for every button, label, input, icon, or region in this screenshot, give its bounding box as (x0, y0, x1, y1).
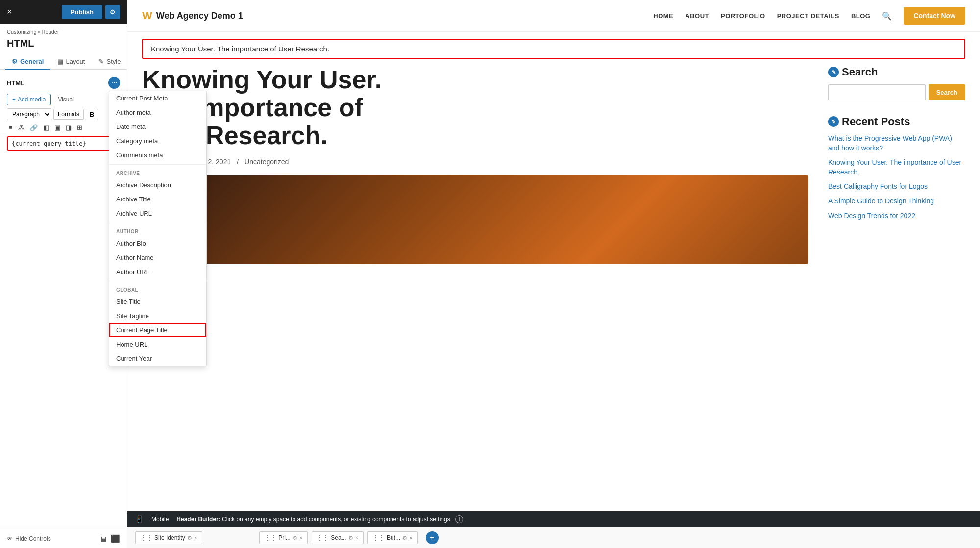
dropdown-divider-2 (109, 223, 206, 223)
align-right-icon[interactable]: ◨ (64, 123, 74, 132)
left-panel: × Publish ⚙ Customizing • Header HTML ⚙ … (0, 0, 127, 548)
drag-icon-pri: ⋮⋮ (265, 534, 276, 541)
search-input[interactable] (828, 84, 926, 100)
align-center-icon[interactable]: ▣ (52, 123, 62, 132)
ordered-list-icon[interactable]: ⁂ (16, 123, 26, 132)
list-item[interactable]: A Simple Guide to Design Thinking (828, 197, 965, 206)
sidebar-recent-posts-section: ✎ Recent Posts What is the Progressive W… (828, 115, 965, 221)
post-image (142, 175, 808, 264)
expand-icon[interactable]: ⬛ (111, 534, 120, 543)
pri-close[interactable]: × (299, 535, 302, 541)
dropdown-divider-1 (109, 164, 206, 165)
dropdown-item-current-page-title[interactable]: Current Page Title (109, 323, 206, 337)
dropdown-item-date-meta[interactable]: Date meta (109, 120, 206, 134)
publish-button[interactable]: Publish (62, 5, 102, 19)
list-item[interactable]: Best Calligraphy Fonts for Logos (828, 182, 965, 192)
dropdown-menu: Current Post Meta Author meta Date meta … (109, 91, 207, 366)
sea-gear[interactable]: ⚙ (348, 535, 353, 541)
paragraph-select[interactable]: Paragraph (7, 108, 51, 120)
logo-icon: W (142, 9, 152, 22)
but-close[interactable]: × (409, 535, 412, 541)
dropdown-section-global: GLOBAL (109, 283, 206, 295)
dropdown-item-comments-meta[interactable]: Comments meta (109, 148, 206, 162)
recent-posts-list: What is the Progressive Web App (PWA) an… (828, 134, 965, 221)
pri-gear[interactable]: ⚙ (293, 535, 297, 541)
eye-icon: 👁 (7, 535, 13, 542)
nav-about[interactable]: ABOUT (685, 12, 709, 20)
header-builder-plus[interactable]: + (426, 531, 439, 544)
sea-close[interactable]: × (355, 535, 358, 541)
panel-footer-icons: 🖥 ⬛ (99, 534, 120, 543)
dropdown-item-current-post-meta[interactable]: Current Post Meta (109, 91, 206, 105)
publish-gear-button[interactable]: ⚙ (105, 5, 120, 19)
tab-style[interactable]: ✎ Style (92, 54, 127, 70)
sea-label: Sea... (331, 534, 346, 541)
dropdown-item-category-meta[interactable]: Category meta (109, 134, 206, 148)
site-header: W Web Agency Demo 1 HOME ABOUT PORTOFOLI… (127, 0, 980, 32)
main-area: W Web Agency Demo 1 HOME ABOUT PORTOFOLI… (127, 0, 980, 548)
html-label: HTML ⋯ (7, 77, 120, 89)
dropdown-item-archive-title[interactable]: Archive Title (109, 192, 206, 206)
search-nav-icon[interactable]: 🔍 (882, 11, 892, 21)
list-item[interactable]: Web Design Trends for 2022 (828, 211, 965, 221)
add-media-button[interactable]: + Add media (7, 94, 51, 105)
but-label: But... (387, 534, 400, 541)
header-builder-item-but[interactable]: ⋮⋮ But... ⚙ × (368, 531, 417, 544)
header-builder-item-site-identity[interactable]: ⋮⋮ Site Identity ⚙ × (135, 531, 202, 544)
dropdown-item-author-url[interactable]: Author URL (109, 265, 206, 279)
dropdown-item-archive-description[interactable]: Archive Description (109, 178, 206, 192)
dropdown-item-home-url[interactable]: Home URL (109, 337, 206, 351)
nav-project-details[interactable]: PROJECT DETAILS (777, 12, 839, 20)
header-builder-item-pri[interactable]: ⋮⋮ Pri... ⚙ × (259, 531, 308, 544)
builder-bar: 📱 Mobile Header Builder: Click on any em… (127, 511, 980, 527)
hide-controls-button[interactable]: 👁 Hide Controls (7, 535, 51, 542)
mobile-icon: 📱 (135, 515, 144, 523)
contact-now-button[interactable]: Contact Now (904, 7, 965, 25)
link-icon[interactable]: 🔗 (28, 123, 40, 132)
header-builder-row: ⋮⋮ Site Identity ⚙ × ⋮⋮ Pri... ⚙ × ⋮⋮ Se… (127, 527, 980, 548)
post-meta: admin / November 2, 2021 / Uncategorized (142, 158, 808, 166)
header-builder-item-sea[interactable]: ⋮⋮ Sea... ⚙ × (312, 531, 364, 544)
panel-content: HTML ⋯ + Add media Visual Paragraph Form… (0, 70, 127, 529)
formats-button[interactable]: Formats (53, 109, 84, 120)
builder-bar-text: Header Builder: Click on any empty space… (176, 515, 972, 523)
nav-blog[interactable]: BLOG (851, 12, 871, 20)
list-item[interactable]: Knowing Your User. The importance of Use… (828, 158, 965, 177)
drag-icon-but: ⋮⋮ (373, 534, 385, 541)
dropdown-item-author-bio[interactable]: Author Bio (109, 236, 206, 250)
panel-title: HTML (0, 37, 127, 54)
desktop-icon[interactable]: 🖥 (99, 534, 107, 543)
dropdown-item-site-tagline[interactable]: Site Tagline (109, 309, 206, 323)
code-input[interactable]: {current_query_title} (7, 136, 120, 151)
site-identity-label: Site Identity (154, 534, 185, 541)
list-item[interactable]: What is the Progressive Web App (PWA) an… (828, 134, 965, 153)
sidebar-recent-posts-title: ✎ Recent Posts (828, 115, 965, 128)
info-icon[interactable]: i (455, 515, 463, 523)
visual-button[interactable]: Visual (54, 94, 77, 105)
unordered-list-icon[interactable]: ≡ (7, 123, 15, 132)
close-button[interactable]: × (7, 7, 12, 17)
more-icon[interactable]: ⊞ (75, 123, 84, 132)
dropdown-item-author-meta[interactable]: Author meta (109, 105, 206, 120)
nav-portfolio[interactable]: PORTOFOLIO (721, 12, 765, 20)
align-left-icon[interactable]: ◧ (41, 123, 51, 132)
sidebar-search-title: ✎ Search (828, 66, 965, 78)
post-main: Knowing Your User. The importance of Use… (142, 66, 808, 264)
site-identity-close[interactable]: × (194, 535, 197, 541)
nav-home[interactable]: HOME (653, 12, 673, 20)
site-identity-gear[interactable]: ⚙ (187, 535, 192, 541)
search-button[interactable]: Search (929, 84, 965, 100)
but-gear[interactable]: ⚙ (402, 535, 407, 541)
dropdown-divider-3 (109, 281, 206, 281)
bold-button[interactable]: B (86, 109, 98, 120)
dropdown-item-current-year[interactable]: Current Year (109, 351, 206, 366)
dropdown-item-archive-url[interactable]: Archive URL (109, 206, 206, 221)
search-row: Search (828, 84, 965, 100)
website-preview: W Web Agency Demo 1 HOME ABOUT PORTOFOLI… (127, 0, 980, 511)
dropdown-item-author-name[interactable]: Author Name (109, 250, 206, 265)
editor-toolbar-row2: Paragraph Formats B (7, 108, 120, 120)
drag-icon: ⋮⋮ (141, 534, 152, 541)
tab-layout[interactable]: ▦ Layout (50, 54, 92, 70)
dropdown-item-site-title[interactable]: Site Title (109, 295, 206, 309)
tab-general[interactable]: ⚙ General (5, 54, 50, 70)
